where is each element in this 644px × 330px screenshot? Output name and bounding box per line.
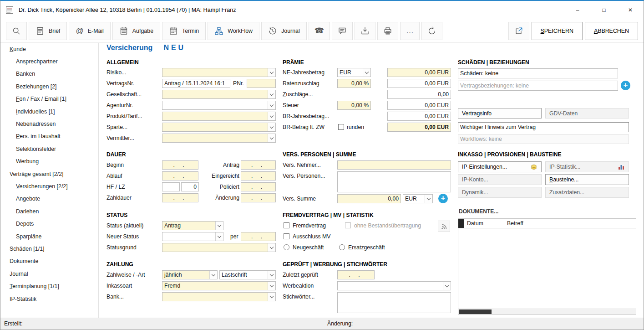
sidebar-item-depots[interactable]: Depots — [0, 217, 98, 230]
zuletzt-geprueft-date-field[interactable]: . . — [337, 270, 375, 279]
schaeden-field[interactable]: Schäden: keine — [458, 68, 618, 78]
gdv-daten-button[interactable]: GDV-Daten — [545, 108, 629, 119]
more-button[interactable]: … — [400, 22, 420, 40]
ip-konto-button[interactable]: IP-Konto... — [458, 174, 542, 185]
zuschlaege-field[interactable]: 0,00 — [387, 90, 451, 99]
email-button[interactable]: @E-Mail — [69, 22, 110, 40]
sidebar-item-selektionsfelder[interactable]: Selektionsfelder — [0, 143, 98, 155]
zahlart-select[interactable]: Lastschrift — [219, 270, 276, 279]
horizontal-scrollbar-thumb[interactable] — [459, 309, 492, 314]
hf-field[interactable] — [162, 182, 180, 191]
sidebar-item-sparplaene[interactable]: Sparpläne — [0, 230, 98, 242]
refresh-button[interactable] — [421, 22, 442, 40]
brief-button[interactable]: Brief — [29, 22, 67, 40]
ablauf-date-field[interactable]: . . — [162, 171, 198, 180]
sidebar-item-beziehungen[interactable]: Beziehungen [2] — [0, 80, 98, 93]
sidebar-item-terminplanung[interactable]: Terminplanung [1/1] — [0, 280, 98, 292]
vertragsnr-field[interactable]: Antrag / 15.11.2024 16:1 — [162, 79, 230, 88]
sidebar-item-schaeden[interactable]: Schäden [1/1] — [0, 242, 98, 255]
vers-personen-field[interactable] — [337, 171, 451, 192]
eingereicht-date-field[interactable]: . . — [241, 171, 276, 180]
ip-einstellungen-button[interactable]: IP-Einstellungen... — [458, 161, 542, 172]
horizontal-scrollbar[interactable] — [458, 309, 636, 315]
stichwoerter-field[interactable] — [337, 292, 451, 313]
sidebar-item-ansprechpartner[interactable]: Ansprechpartner — [0, 55, 98, 67]
broadcast-button[interactable] — [438, 221, 450, 232]
vertragsinfo-button[interactable]: Vertragsinfo — [458, 108, 542, 119]
add-vers-person-button[interactable] — [438, 194, 448, 203]
status-aktuell-select[interactable]: Antrag — [162, 221, 223, 230]
lz-field[interactable]: 0 — [181, 182, 199, 191]
share-button[interactable] — [508, 22, 529, 40]
sidebar-item-fon-fax-email[interactable]: Fon / Fax / Email [1] — [0, 93, 98, 105]
bank-select[interactable] — [162, 292, 276, 301]
close-button[interactable]: ✕ — [617, 1, 644, 19]
maximize-button[interactable]: □ — [591, 1, 617, 19]
risiko-select[interactable] — [162, 68, 276, 77]
sidebar-item-kunde[interactable]: Kunde — [0, 43, 98, 55]
workflow-button[interactable]: WorkFlow — [208, 22, 259, 40]
ratenzuschlag-prozent-field[interactable]: 0,00 % — [337, 79, 371, 88]
sidebar-item-vertraege-gesamt[interactable]: Verträge gesamt [2/2] — [0, 168, 98, 180]
sidebar-item-banken[interactable]: Banken — [0, 68, 98, 80]
vers-summe-field[interactable]: 0,00 — [337, 194, 401, 203]
hinweis-field[interactable]: Wichtiger Hinweis zum Vertrag — [458, 122, 629, 132]
dynamik-button[interactable]: Dynamik... — [458, 187, 542, 198]
ratenzuschlag-betrag-field[interactable]: 0,00 EUR — [387, 79, 451, 88]
phone-button[interactable]: ☎ — [309, 22, 330, 40]
chat-button[interactable] — [332, 22, 353, 40]
bausteine-button[interactable]: Bausteine... — [545, 174, 629, 185]
aufgabe-button[interactable]: Aufgabe — [112, 22, 160, 40]
print-button[interactable] — [377, 22, 398, 40]
add-vertragsbeziehung-button[interactable] — [621, 81, 630, 90]
ersatzgeschaeft-radio[interactable] — [339, 244, 345, 250]
zahldauer-date-field[interactable]: . . — [162, 193, 198, 202]
vermittler-select[interactable] — [162, 134, 276, 143]
br-jahresbetrag-field[interactable]: 0,00 EUR — [387, 112, 451, 121]
sparte-select[interactable] — [162, 123, 276, 132]
statusgrund-select[interactable] — [162, 243, 276, 252]
steuer-betrag-field[interactable]: 0,00 EUR — [387, 101, 451, 110]
inkassoart-select[interactable]: Fremd — [162, 281, 276, 290]
produkt-tarif-select[interactable] — [162, 112, 276, 121]
neugeschaeft-radio[interactable] — [284, 244, 289, 250]
journal-button[interactable]: Journal — [261, 22, 307, 40]
per-date-field[interactable]: . . — [241, 232, 276, 241]
sidebar-item-dokumente[interactable]: Dokumente — [0, 255, 98, 268]
werbeaktion-select[interactable] — [337, 281, 451, 290]
fremdvertrag-checkbox[interactable] — [284, 222, 289, 228]
vers-summe-currency-select[interactable]: EUR — [403, 194, 433, 203]
import-button[interactable] — [355, 22, 375, 40]
ausschluss-mv-checkbox[interactable] — [284, 233, 289, 239]
sidebar-item-pers-im-haushalt[interactable]: Pers. im Haushalt — [0, 130, 98, 143]
sidebar-item-darlehen[interactable]: Darlehen — [0, 205, 98, 217]
ip-statistik-button[interactable]: IP-Statistik... — [545, 161, 629, 172]
runden-checkbox[interactable] — [338, 124, 344, 130]
search-button[interactable] — [6, 22, 27, 40]
vertragsbeziehungen-field[interactable]: Vertragsbeziehungen: keine — [458, 81, 618, 91]
save-button[interactable]: SPEICHERN — [532, 22, 583, 40]
termin-button[interactable]: Termin — [162, 22, 206, 40]
neuer-status-select[interactable] — [162, 232, 223, 241]
minimize-button[interactable]: – — [564, 1, 591, 19]
sidebar-item-werbung[interactable]: Werbung — [0, 155, 98, 168]
zahlweise-select[interactable]: jährlich — [162, 270, 218, 279]
sidebar-item-ip-statistik[interactable]: IP-Statistik — [0, 293, 98, 305]
sidebar-item-individuelles[interactable]: Individuelles [1] — [0, 105, 98, 118]
aenderung-date-field[interactable]: . . — [241, 193, 276, 202]
column-header-betreff[interactable]: Betreff — [504, 219, 636, 228]
workflows-field[interactable]: Workflows: keine — [458, 134, 629, 144]
gesellschaft-select[interactable] — [162, 90, 276, 99]
beginn-date-field[interactable]: . . — [162, 160, 198, 170]
column-header-datum[interactable]: Datum — [464, 219, 504, 228]
vers-nehmer-field[interactable] — [337, 160, 451, 170]
cancel-button[interactable]: ABBRECHEN — [585, 22, 638, 40]
br-betrag-zw-field[interactable]: 0,00 EUR — [387, 123, 451, 132]
sidebar-item-versicherungen[interactable]: Versicherungen [2/2] — [0, 180, 98, 192]
steuer-prozent-field[interactable]: 0,00 % — [337, 101, 371, 110]
agenturnr-select[interactable] — [162, 101, 276, 110]
zusatzdaten-button[interactable]: Zusatzdaten... — [545, 187, 629, 198]
antrag-date-field[interactable]: . . — [241, 160, 276, 170]
sidebar-item-angebote[interactable]: Angebote — [0, 193, 98, 205]
ne-currency-select[interactable]: EUR — [337, 68, 371, 77]
